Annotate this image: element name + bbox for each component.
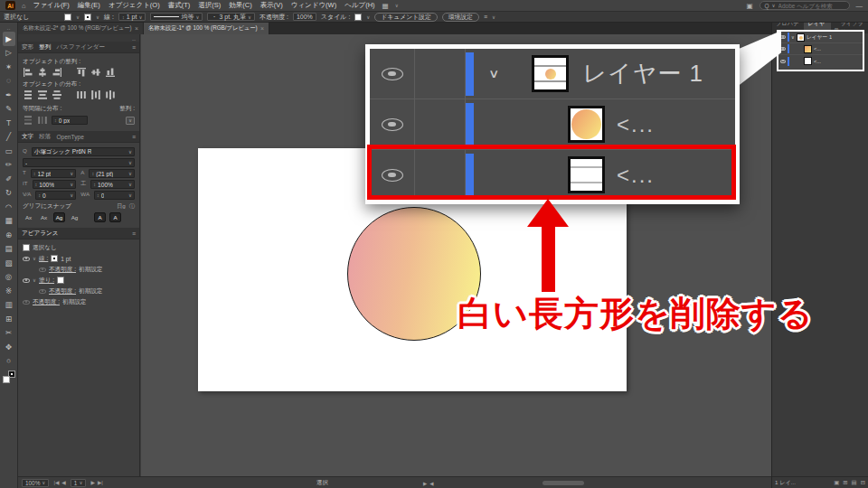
visibility-eye-icon[interactable] <box>780 60 786 63</box>
mesh-tool[interactable]: ▤ <box>3 242 15 257</box>
status-expand-icon[interactable]: ▶ <box>423 481 427 486</box>
snap-xheight-button[interactable]: Ax <box>38 212 50 222</box>
stroke-width-chevron-icon[interactable]: ∨ <box>138 14 142 20</box>
tab-transform[interactable]: 変形 <box>22 43 33 52</box>
symbol-sprayer-tool[interactable]: ※ <box>3 284 15 298</box>
expand-chevron-icon[interactable]: ∨ <box>791 34 795 40</box>
tab-appearance[interactable]: アピアランス <box>22 230 59 238</box>
help-search-input[interactable] <box>778 3 851 9</box>
rectangle-tool[interactable]: ▭ <box>3 144 15 158</box>
prev-artboard-icon[interactable]: ◀ <box>61 480 65 485</box>
home-icon[interactable]: ⌂ <box>22 2 26 10</box>
align-top-icon[interactable] <box>76 67 87 78</box>
tab-pathfinder[interactable]: パスファインダー <box>56 43 105 52</box>
font-search-icon[interactable]: Q <box>23 147 27 156</box>
stroke-chevron-icon[interactable]: ∨ <box>96 14 99 20</box>
menu-window[interactable]: ウィンドウ(W) <box>290 1 337 10</box>
tracking-stepper-icon[interactable]: ↕ <box>97 192 99 198</box>
visibility-eye-icon[interactable] <box>382 68 403 80</box>
layer-row[interactable]: <... <box>778 55 863 67</box>
selection-tool[interactable]: ▶ <box>3 32 15 46</box>
menu-type[interactable]: 書式(T) <box>167 1 192 10</box>
opacity-item-label[interactable]: 不透明度 : <box>33 298 60 306</box>
align-left-icon[interactable] <box>23 67 33 78</box>
snap-options-icon[interactable]: 日g <box>117 202 126 211</box>
fill-item-label[interactable]: 塗り : <box>39 277 54 285</box>
visibility-eye-icon[interactable] <box>23 278 30 283</box>
appearance-fill-row[interactable]: ∨ 塗り : <box>23 275 135 286</box>
fill-color-chip[interactable] <box>57 277 64 284</box>
align-to-selection-icon[interactable]: ∨ <box>126 117 135 125</box>
stroke-stepper-icon[interactable]: ↕ <box>122 14 125 20</box>
path-thumbnail[interactable] <box>804 45 812 53</box>
slice-tool[interactable]: ✂ <box>3 326 15 341</box>
leading-stepper-icon[interactable]: ↕ <box>91 171 94 176</box>
type-tool[interactable]: T <box>3 116 15 130</box>
leading-chevron-icon[interactable]: ∨ <box>128 171 132 176</box>
spacing-stepper-icon[interactable]: ↕ <box>54 117 57 123</box>
horizontal-spacing-icon[interactable] <box>37 115 48 126</box>
variable-width-field[interactable]: 均等 ∨ <box>150 13 203 21</box>
distribute-right-icon[interactable] <box>105 89 116 100</box>
stroke-color-chip[interactable] <box>51 255 58 262</box>
path-thumbnail[interactable] <box>568 106 605 143</box>
align-right-icon[interactable] <box>52 67 62 78</box>
layer-thumbnail[interactable] <box>797 33 805 42</box>
curvature-tool[interactable]: ✎ <box>3 102 15 117</box>
spacing-value-field[interactable]: ↕ 0 px <box>52 116 88 125</box>
gradient-tool[interactable]: ▧ <box>3 256 15 270</box>
kerning-chevron-icon[interactable]: ∨ <box>70 192 73 198</box>
last-artboard-icon[interactable]: ▶| <box>98 480 103 485</box>
font-size-field[interactable]: ↕ 12 pt ∨ <box>31 169 77 178</box>
vscale-chevron-icon[interactable]: ∨ <box>70 182 73 187</box>
new-sublayer-icon[interactable]: ▤ <box>852 479 857 486</box>
visibility-eye-icon[interactable] <box>39 289 46 294</box>
menu-effect[interactable]: 効果(C) <box>228 1 252 10</box>
zoom-tool[interactable]: ○ <box>3 354 15 369</box>
shape-builder-tool[interactable]: ⊕ <box>3 228 15 242</box>
appearance-global-opacity-row[interactable]: 不透明度 : 初期設定 <box>23 296 135 307</box>
align-center-vertical-icon[interactable] <box>90 67 101 78</box>
appearance-fill-opacity-row[interactable]: 不透明度 : 初期設定 <box>23 286 135 296</box>
visibility-eye-icon[interactable] <box>23 300 30 305</box>
kerning-stepper-icon[interactable]: ↕ <box>38 192 41 198</box>
lock-cell[interactable] <box>415 49 466 99</box>
visibility-eye-icon[interactable] <box>382 118 403 131</box>
panel-menu-icon[interactable]: ≡ <box>132 230 136 237</box>
free-transform-tool[interactable]: ▦ <box>3 214 15 229</box>
direct-selection-tool[interactable]: ▷ <box>3 46 15 61</box>
visibility-eye-icon[interactable] <box>39 267 46 272</box>
width-tool[interactable]: ◠ <box>3 200 15 214</box>
paintbrush-tool[interactable]: ✏ <box>3 158 15 173</box>
tracking-field[interactable]: ↕ 0 ∨ <box>94 191 135 200</box>
pen-tool[interactable]: ✒ <box>3 88 15 102</box>
align-bottom-icon[interactable] <box>105 67 116 78</box>
minimize-icon[interactable]: — <box>856 2 863 10</box>
document-tab-untitled1[interactable]: 名称未設定-1* @ 100 % (RGB/プレビュー) × <box>144 23 269 34</box>
horizontal-scale-field[interactable]: ↕ 100% ∨ <box>90 180 135 189</box>
path-name[interactable]: <... <box>617 112 655 137</box>
tracking-chevron-icon[interactable]: ∨ <box>128 192 132 198</box>
path-name[interactable]: <... <box>814 46 821 52</box>
path-name[interactable]: <... <box>814 59 821 64</box>
distribute-bottom-icon[interactable] <box>52 89 62 100</box>
appearance-stroke-row[interactable]: ∨ 線 : 1 pt <box>23 253 135 264</box>
kerning-field[interactable]: ↕ 0 ∨ <box>35 191 76 200</box>
snap-anchor-button[interactable]: A <box>109 212 121 222</box>
panel-menu-icon[interactable]: ≡ <box>132 134 136 140</box>
magic-wand-tool[interactable]: ✶ <box>3 60 15 74</box>
panel-menu-icon[interactable]: ≡ <box>132 44 136 51</box>
collect-for-export-icon[interactable]: ▣ <box>834 479 839 486</box>
zoom-level-field[interactable]: 100% ∨ <box>22 479 49 487</box>
distribute-center-horizontal-icon[interactable] <box>90 89 101 100</box>
layer-name[interactable]: レイヤー 1 <box>807 33 832 42</box>
size-chevron-icon[interactable]: ∨ <box>70 171 73 176</box>
workspace-chevron-icon[interactable]: ∨ <box>395 3 399 8</box>
align-options-icon[interactable]: ≡ <box>484 14 487 20</box>
font-style-field[interactable]: - ∨ <box>23 158 135 167</box>
rotate-tool[interactable]: ↻ <box>3 186 15 201</box>
snap-glyph-bounds-button[interactable]: Ag <box>53 212 65 222</box>
profile-chevron-icon[interactable]: ∨ <box>195 14 199 20</box>
fill-stroke-swatches[interactable] <box>3 371 15 383</box>
snap-baseline-button[interactable]: Ax <box>23 212 34 222</box>
